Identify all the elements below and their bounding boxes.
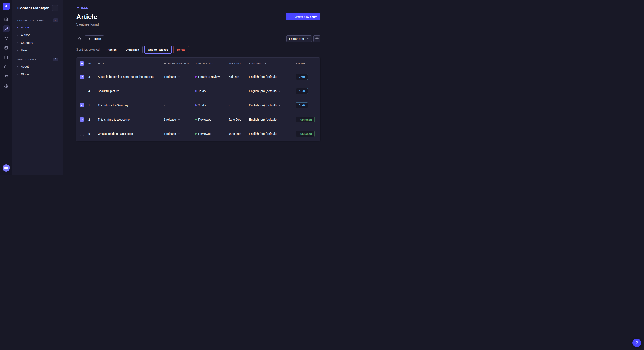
section-label: COLLECTION TYPES — [18, 19, 44, 22]
locale-dropdown[interactable]: English (en) (default) — [249, 75, 296, 78]
column-title-sort-button[interactable]: TITLE ▲ — [98, 62, 108, 65]
release-dropdown[interactable]: 1 release — [164, 75, 195, 78]
sidebar-item-author[interactable]: Author — [12, 31, 63, 39]
table-row[interactable]: 3 A bug is becoming a meme on the intern… — [76, 70, 320, 84]
home-icon — [4, 17, 8, 21]
cell-assignee: Jane Doe — [228, 118, 249, 121]
sidebar-item-about[interactable]: About — [12, 63, 63, 70]
select-all-checkbox[interactable] — [80, 61, 84, 66]
chevron-down-icon — [178, 76, 180, 78]
table-row[interactable]: 1 The internet's Own boy - To do - Engli… — [76, 98, 320, 112]
cell-review-stage: Reviewed — [195, 118, 228, 121]
locale-value: English (en) (default) — [249, 118, 277, 121]
row-checkbox[interactable] — [80, 132, 84, 136]
back-link[interactable]: Back — [76, 6, 88, 9]
column-available-in: AVAILABLE IN — [249, 62, 296, 65]
bullet-icon — [18, 50, 18, 51]
locale-value: English (en) — [289, 37, 304, 40]
locale-value: English (en) (default) — [249, 132, 277, 136]
title-row: Article 5 entries found Create new entry — [76, 13, 320, 26]
cell-review-stage: Reviewed — [195, 132, 228, 136]
cell-id: 3 — [88, 75, 98, 78]
nav-releases-button[interactable] — [3, 35, 10, 42]
locale-dropdown[interactable]: English (en) (default) — [249, 89, 296, 93]
toolbar: Filters English (en) — [76, 35, 320, 42]
sidebar-header: Content Manager — [12, 5, 63, 11]
view-settings-button[interactable] — [314, 35, 320, 42]
locale-select[interactable]: English (en) — [286, 35, 312, 42]
locale-dropdown[interactable]: English (en) (default) — [249, 132, 296, 136]
stage-dot-icon — [195, 104, 196, 106]
plus-icon — [290, 15, 292, 18]
status-badge: Draft — [296, 74, 308, 80]
cell-id: 5 — [88, 132, 98, 136]
section-label: SINGLE TYPES — [18, 58, 37, 61]
locale-value: English (en) (default) — [249, 89, 277, 93]
chevron-down-icon — [278, 104, 281, 107]
table-row[interactable]: 4 Beautiful picture - To do - English (e… — [76, 84, 320, 98]
nav-home-button[interactable] — [3, 16, 10, 22]
nav-marketplace-button[interactable] — [3, 73, 10, 80]
chevron-down-icon — [278, 90, 281, 92]
release-dropdown: - — [164, 104, 195, 107]
user-avatar[interactable]: KD — [2, 164, 10, 172]
stage-dot-icon — [195, 90, 196, 92]
bullet-icon — [18, 66, 18, 67]
table-row[interactable]: 2 This shrimp is awesome 1 release Revie… — [76, 112, 320, 127]
release-dropdown[interactable]: 1 release — [164, 118, 195, 121]
cell-review-stage: To do — [195, 104, 228, 107]
sidebar-item-user[interactable]: User — [12, 47, 63, 54]
stage-label: To do — [198, 89, 206, 93]
section-count-badge: 4 — [53, 18, 58, 22]
cell-assignee: - — [228, 104, 249, 107]
bullet-icon — [18, 74, 18, 75]
nav-deploy-button[interactable] — [3, 64, 10, 70]
nav-content-type-builder-button[interactable] — [3, 54, 10, 61]
stage-dot-icon — [195, 119, 196, 120]
filters-button[interactable]: Filters — [85, 35, 104, 42]
nav-media-library-button[interactable] — [3, 44, 10, 51]
locale-value: English (en) (default) — [249, 104, 277, 107]
sidebar-item-article[interactable]: Article — [12, 24, 63, 31]
page-title: Article — [76, 13, 99, 21]
strapi-logo[interactable] — [2, 2, 10, 10]
toolbar-search-button[interactable] — [76, 35, 83, 42]
table-row[interactable]: 5 What's inside a Black Hole 1 release R… — [76, 127, 320, 141]
feather-icon — [4, 27, 8, 31]
rail-nav — [3, 16, 10, 90]
release-dropdown[interactable]: 1 release — [164, 132, 195, 136]
sidebar-item-global[interactable]: Global — [12, 70, 63, 78]
locale-dropdown[interactable]: English (en) (default) — [249, 118, 296, 121]
table-header-row: ID TITLE ▲ TO BE RELEASED IN REVIEW STAG… — [76, 58, 320, 70]
publish-button[interactable]: Publish — [103, 46, 120, 53]
cell-review-stage: To do — [195, 89, 228, 93]
chevron-down-icon — [278, 76, 281, 78]
create-entry-button[interactable]: Create new entry — [286, 13, 320, 20]
release-value: - — [164, 104, 165, 107]
create-entry-label: Create new entry — [294, 15, 317, 18]
sidebar-item-label: Global — [21, 72, 30, 76]
stage-dot-icon — [195, 76, 196, 78]
unpublish-button[interactable]: Unpublish — [122, 46, 143, 53]
row-checkbox[interactable] — [80, 103, 84, 107]
filters-label: Filters — [93, 37, 101, 40]
stage-label: To do — [198, 104, 206, 107]
add-to-release-button[interactable]: Add to Release — [144, 45, 172, 54]
nav-settings-button[interactable] — [3, 83, 10, 90]
sidebar-item-category[interactable]: Category — [12, 39, 63, 47]
status-badge: Draft — [296, 88, 308, 94]
delete-button[interactable]: Delete — [173, 46, 189, 53]
locale-dropdown[interactable]: English (en) (default) — [249, 104, 296, 107]
column-title: TITLE — [98, 62, 105, 65]
stage-label: Reviewed — [198, 118, 211, 121]
row-checkbox[interactable] — [80, 75, 84, 79]
nav-content-manager-button[interactable] — [3, 25, 10, 32]
sort-ascending-icon: ▲ — [106, 63, 108, 65]
sidebar-search-button[interactable] — [52, 5, 58, 11]
chevron-down-icon — [178, 118, 180, 121]
row-checkbox[interactable] — [80, 89, 84, 93]
row-checkbox[interactable] — [80, 117, 84, 122]
sidebar-item-label: Category — [21, 41, 33, 44]
status-badge: Draft — [296, 103, 308, 108]
sidebar-title: Content Manager — [18, 6, 49, 10]
